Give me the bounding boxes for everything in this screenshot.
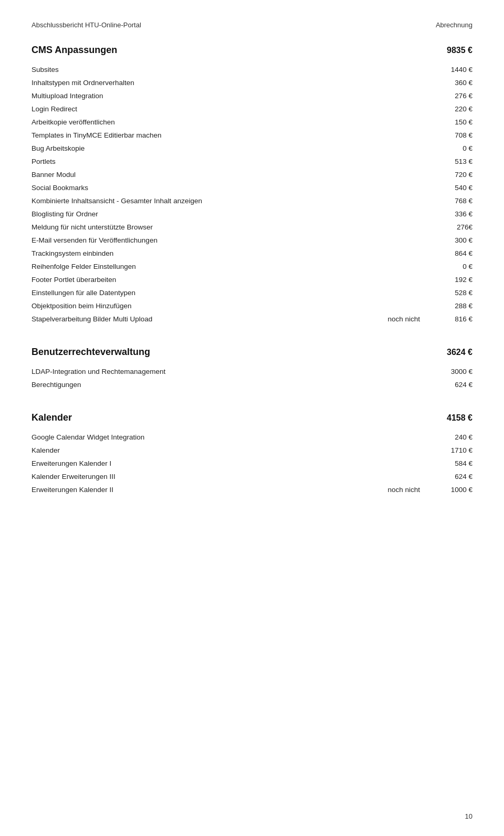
- line-item-label: Kalender: [32, 446, 430, 454]
- line-item-label: Footer Portlet überarbeiten: [32, 276, 430, 284]
- section-header-cms: CMS Anpassungen9835 €: [32, 45, 472, 56]
- section-header-kalender: Kalender4158 €: [32, 412, 472, 423]
- line-item: Footer Portlet überarbeiten192 €: [32, 273, 472, 286]
- line-item-value: 720 €: [430, 171, 472, 179]
- line-item-value: 768 €: [430, 197, 472, 205]
- line-item: Meldung für nicht unterstützte Browser27…: [32, 221, 472, 234]
- line-item-label: Login Redirect: [32, 105, 430, 113]
- section-total-kalender: 4158 €: [447, 413, 472, 423]
- line-item: E-Mail versenden für Veröffentlichungen3…: [32, 234, 472, 247]
- line-item: Social Bookmarks540 €: [32, 181, 472, 194]
- line-item-value: 288 €: [430, 302, 472, 310]
- page-header: Abschlussbericht HTU-Online-Portal Abrec…: [32, 21, 472, 29]
- section-total-cms: 9835 €: [447, 46, 472, 55]
- line-item-label: Templates in TinyMCE Editierbar machen: [32, 131, 430, 139]
- line-item-label: Multiupload Integration: [32, 92, 430, 100]
- line-item-label: Portlets: [32, 158, 430, 165]
- line-item: Reihenfolge Felder Einstellungen0 €: [32, 260, 472, 273]
- line-item: Google Calendar Widget Integration240 €: [32, 431, 472, 444]
- line-item-value: 584 €: [430, 459, 472, 467]
- line-item-value: 3000 €: [430, 368, 472, 375]
- line-item-value: 0 €: [430, 144, 472, 152]
- section-benutzer: Benutzerrechteverwaltung3624 €LDAP-Integ…: [32, 347, 472, 391]
- line-item-label: Stapelverarbeitung Bilder Multi Upload: [32, 315, 387, 323]
- line-item-label: Erweiterungen Kalender II: [32, 486, 387, 494]
- line-item-value: 528 €: [430, 289, 472, 297]
- line-item: Subsites1440 €: [32, 63, 472, 76]
- line-item-value: 1000 €: [430, 486, 472, 494]
- line-item: Kombinierte Inhaltsansicht - Gesamter In…: [32, 194, 472, 207]
- line-item-label: Trackingsystem einbinden: [32, 249, 430, 257]
- line-item: Einstellungen für alle Datentypen528 €: [32, 286, 472, 299]
- line-item: Bloglisting für Ordner336 €: [32, 207, 472, 221]
- page-number: 10: [465, 812, 472, 820]
- line-item: Bug Arbeitskopie0 €: [32, 142, 472, 155]
- section-cms: CMS Anpassungen9835 €Subsites1440 €Inhal…: [32, 45, 472, 326]
- line-item-label: Bloglisting für Ordner: [32, 210, 430, 218]
- line-item-value: 360 €: [430, 79, 472, 87]
- section-title-benutzer: Benutzerrechteverwaltung: [32, 347, 150, 358]
- line-item-value: 1710 €: [430, 446, 472, 454]
- line-item-label: Arbeitkopie veröffentlichen: [32, 118, 430, 126]
- line-item: Templates in TinyMCE Editierbar machen70…: [32, 129, 472, 142]
- line-item-label: Kombinierte Inhaltsansicht - Gesamter In…: [32, 197, 430, 205]
- line-item-value: 300 €: [430, 236, 472, 244]
- line-item: Berechtigungen624 €: [32, 378, 472, 391]
- line-item-value: 1440 €: [430, 66, 472, 74]
- line-item: Arbeitkopie veröffentlichen150 €: [32, 116, 472, 129]
- line-item-value: 708 €: [430, 131, 472, 139]
- line-item-value: 0 €: [430, 263, 472, 270]
- line-item-value: 192 €: [430, 276, 472, 284]
- line-item-value: 816 €: [430, 315, 472, 323]
- line-item-value: 336 €: [430, 210, 472, 218]
- line-item-label: Berechtigungen: [32, 381, 430, 389]
- line-item-value: 864 €: [430, 249, 472, 257]
- line-item: LDAP-Integration und Rechtemanagement300…: [32, 365, 472, 378]
- line-item: Erweiterungen Kalender IInoch nicht1000 …: [32, 483, 472, 496]
- line-item-label: Banner Modul: [32, 171, 430, 179]
- section-total-benutzer: 3624 €: [447, 348, 472, 357]
- line-item-label: Google Calendar Widget Integration: [32, 433, 430, 441]
- line-item-label: Social Bookmarks: [32, 184, 430, 192]
- line-item: Stapelverarbeitung Bilder Multi Uploadno…: [32, 312, 472, 326]
- line-item-value: 276€: [430, 223, 472, 231]
- line-item-label: Objektposition beim Hinzufügen: [32, 302, 430, 310]
- line-item-note: noch nicht: [387, 486, 420, 494]
- sections-container: CMS Anpassungen9835 €Subsites1440 €Inhal…: [32, 45, 472, 496]
- line-item-label: Reihenfolge Felder Einstellungen: [32, 263, 430, 270]
- section-title-cms: CMS Anpassungen: [32, 45, 117, 56]
- line-item-label: E-Mail versenden für Veröffentlichungen: [32, 236, 430, 244]
- line-item-value: 513 €: [430, 158, 472, 165]
- line-item-label: Kalender Erweiterungen III: [32, 473, 430, 480]
- line-item: Multiupload Integration276 €: [32, 89, 472, 102]
- line-item-value: 220 €: [430, 105, 472, 113]
- line-item-label: Erweiterungen Kalender I: [32, 459, 430, 467]
- line-item-value: 240 €: [430, 433, 472, 441]
- line-item: Portlets513 €: [32, 155, 472, 168]
- line-item: Banner Modul720 €: [32, 168, 472, 181]
- line-item-label: Subsites: [32, 66, 430, 74]
- line-item-label: Einstellungen für alle Datentypen: [32, 289, 430, 297]
- page-header-right: Abrechnung: [436, 21, 472, 29]
- line-item: Erweiterungen Kalender I584 €: [32, 457, 472, 470]
- line-item: Objektposition beim Hinzufügen288 €: [32, 299, 472, 312]
- line-item-value: 624 €: [430, 381, 472, 389]
- line-item: Inhaltstypen mit Ordnerverhalten360 €: [32, 76, 472, 89]
- line-item-value: 276 €: [430, 92, 472, 100]
- page-header-left: Abschlussbericht HTU-Online-Portal: [32, 21, 141, 29]
- line-item-value: 540 €: [430, 184, 472, 192]
- line-item-label: LDAP-Integration und Rechtemanagement: [32, 368, 430, 375]
- section-title-kalender: Kalender: [32, 412, 72, 423]
- line-item: Trackingsystem einbinden864 €: [32, 247, 472, 260]
- page: Abschlussbericht HTU-Online-Portal Abrec…: [0, 0, 504, 836]
- section-header-benutzer: Benutzerrechteverwaltung3624 €: [32, 347, 472, 358]
- line-item: Login Redirect220 €: [32, 102, 472, 116]
- line-item-value: 150 €: [430, 118, 472, 126]
- line-item: Kalender1710 €: [32, 444, 472, 457]
- section-kalender: Kalender4158 €Google Calendar Widget Int…: [32, 412, 472, 496]
- line-item-value: 624 €: [430, 473, 472, 480]
- line-item-label: Inhaltstypen mit Ordnerverhalten: [32, 79, 430, 87]
- line-item-note: noch nicht: [387, 315, 420, 323]
- line-item-label: Bug Arbeitskopie: [32, 144, 430, 152]
- line-item: Kalender Erweiterungen III624 €: [32, 470, 472, 483]
